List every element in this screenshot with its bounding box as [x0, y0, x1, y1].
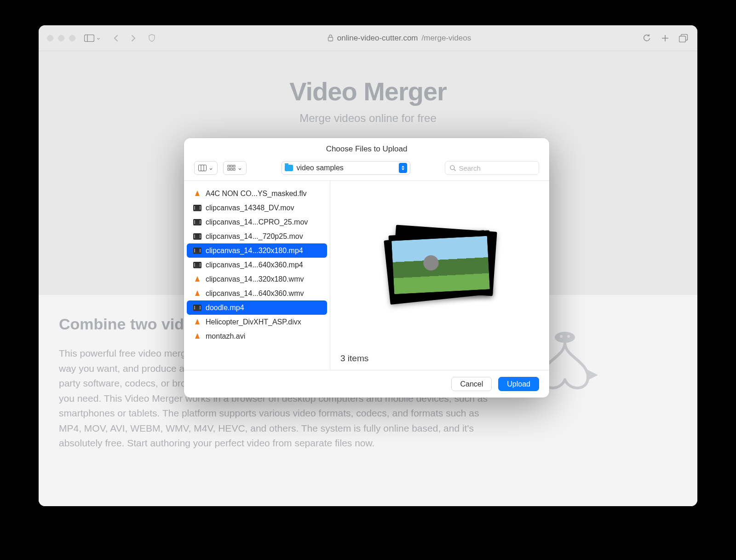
file-row[interactable]: clipcanvas_14...320x180.wmv — [187, 272, 327, 286]
traffic-lights — [47, 35, 75, 41]
preview-thumbnails — [380, 224, 500, 311]
video-file-icon — [193, 219, 201, 225]
close-window-button[interactable] — [47, 35, 53, 41]
file-name: clipcanvas_14...640x360.wmv — [206, 289, 304, 298]
search-input[interactable] — [459, 164, 534, 172]
file-name: clipcanvas_14...CPRO_25.mov — [206, 218, 308, 226]
browser-toolbar: online-video-cutter.com/merge-videos — [39, 25, 697, 51]
video-file-icon — [193, 233, 201, 240]
svg-rect-18 — [228, 168, 230, 170]
columns-icon — [198, 165, 207, 171]
back-button[interactable] — [110, 33, 121, 44]
file-row[interactable]: montazh.avi — [187, 329, 327, 343]
chevron-down-icon — [237, 164, 242, 172]
sidebar-icon — [84, 35, 94, 42]
file-name: clipcanvas_14..._720p25.mov — [206, 232, 303, 241]
svg-rect-12 — [199, 165, 207, 171]
file-open-dialog: Choose Files to Upload video samples A4C… — [184, 138, 549, 398]
preview-pane: 3 items — [330, 181, 549, 370]
chevron-left-icon — [113, 35, 119, 42]
file-row[interactable]: clipcanvas_14..._720p25.mov — [187, 229, 327, 243]
file-row[interactable]: clipcanvas_14...640x360.wmv — [187, 286, 327, 300]
video-file-icon — [193, 305, 201, 311]
sidebar-toggle[interactable] — [84, 33, 101, 44]
lock-icon — [328, 35, 334, 41]
svg-rect-2 — [328, 37, 333, 41]
file-name: clipcanvas_14...320x180.wmv — [206, 275, 304, 283]
svg-rect-16 — [230, 165, 232, 167]
address-bar[interactable]: online-video-cutter.com/merge-videos — [162, 34, 637, 43]
file-row[interactable]: clipcanvas_14348_DV.mov — [187, 201, 327, 215]
selected-items-count: 3 items — [330, 353, 549, 370]
file-name: montazh.avi — [206, 332, 245, 341]
file-name: clipcanvas_14...320x180.mp4 — [206, 247, 303, 255]
svg-rect-0 — [85, 35, 94, 41]
cancel-button[interactable]: Cancel — [451, 377, 492, 391]
svg-rect-6 — [679, 36, 686, 42]
svg-point-7 — [555, 332, 575, 343]
shield-icon — [148, 34, 156, 42]
chevron-down-icon — [208, 164, 213, 172]
tabs-icon — [679, 34, 688, 42]
svg-rect-17 — [233, 165, 235, 167]
file-row[interactable]: clipcanvas_14...CPRO_25.mov — [187, 215, 327, 229]
folder-icon — [285, 165, 293, 171]
chevron-right-icon — [130, 35, 137, 42]
file-name: A4C NON CO...YS_masked.flv — [206, 190, 307, 198]
vlc-file-icon — [193, 290, 201, 297]
vlc-file-icon — [193, 191, 201, 197]
page-title: Video Merger — [289, 76, 447, 106]
vlc-file-icon — [193, 333, 201, 340]
file-row[interactable]: doodle.mp4 — [187, 300, 327, 315]
file-name: Helicopter_DivXHT_ASP.divx — [206, 318, 301, 326]
reload-button[interactable] — [641, 33, 652, 44]
file-name: doodle.mp4 — [206, 304, 244, 312]
file-row[interactable]: Helicopter_DivXHT_ASP.divx — [187, 315, 327, 329]
file-row[interactable]: A4C NON CO...YS_masked.flv — [187, 186, 327, 201]
file-name: clipcanvas_14348_DV.mov — [206, 204, 294, 212]
svg-rect-19 — [230, 168, 232, 170]
video-file-icon — [193, 262, 201, 268]
reload-icon — [643, 34, 651, 42]
video-file-icon — [193, 205, 201, 211]
file-row[interactable]: clipcanvas_14...640x360.mp4 — [187, 258, 327, 272]
url-path: /merge-videos — [422, 34, 472, 43]
minimize-window-button[interactable] — [58, 35, 64, 41]
view-columns-button[interactable] — [194, 161, 218, 175]
maximize-window-button[interactable] — [69, 35, 75, 41]
svg-rect-15 — [228, 165, 230, 167]
vlc-file-icon — [193, 276, 201, 283]
folder-name: video samples — [297, 164, 395, 172]
url-host: online-video-cutter.com — [337, 34, 418, 43]
tabs-overview-button[interactable] — [678, 33, 689, 44]
folder-selector[interactable]: video samples — [282, 161, 410, 175]
file-list[interactable]: A4C NON CO...YS_masked.flvclipcanvas_143… — [184, 181, 330, 370]
group-by-button[interactable] — [223, 161, 247, 175]
search-icon — [450, 165, 456, 172]
forward-button[interactable] — [128, 33, 139, 44]
search-field[interactable] — [445, 161, 539, 175]
svg-point-21 — [450, 165, 454, 169]
upload-button[interactable]: Upload — [498, 377, 539, 391]
chevron-down-icon — [96, 34, 101, 42]
svg-marker-11 — [587, 369, 598, 381]
file-row[interactable]: clipcanvas_14...320x180.mp4 — [187, 243, 327, 258]
dialog-title: Choose Files to Upload — [184, 138, 549, 158]
dialog-toolbar: video samples — [184, 158, 549, 181]
video-file-icon — [193, 248, 201, 254]
stepper-icon — [399, 163, 407, 173]
new-tab-button[interactable] — [660, 33, 671, 44]
svg-point-8 — [560, 335, 563, 338]
svg-point-9 — [567, 335, 570, 338]
svg-line-22 — [454, 169, 456, 171]
file-name: clipcanvas_14...640x360.mp4 — [206, 261, 303, 269]
plus-icon — [661, 34, 669, 42]
page-subtitle: Merge videos online for free — [299, 112, 437, 125]
grid-icon — [227, 165, 236, 171]
svg-rect-20 — [233, 168, 235, 170]
vlc-file-icon — [193, 319, 201, 325]
privacy-report-button[interactable] — [146, 33, 157, 44]
